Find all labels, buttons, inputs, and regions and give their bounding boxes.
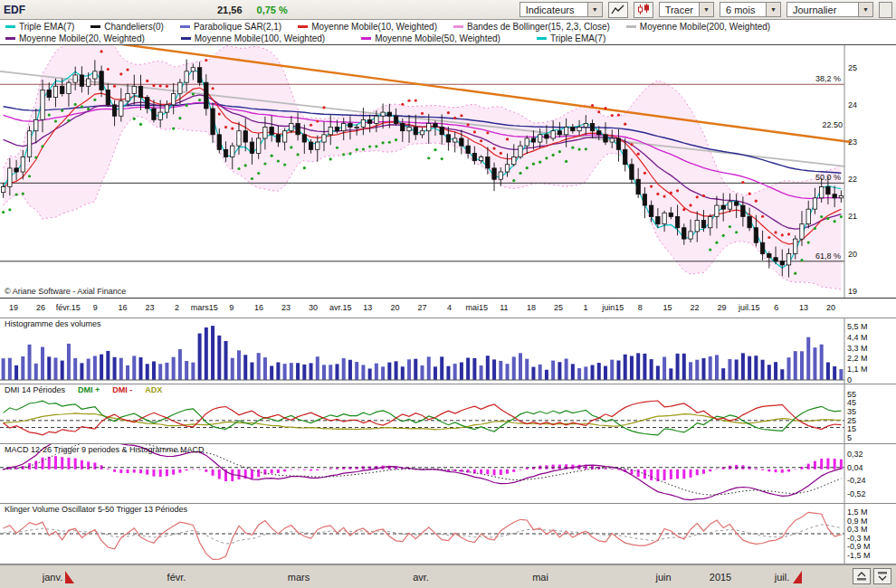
x-axis-tick-label: 8 bbox=[638, 303, 643, 312]
legend-item[interactable]: Moyenne Mobile(50, Weighted) bbox=[361, 33, 500, 43]
timeline-month-label: juin bbox=[655, 572, 671, 583]
timeline-year-label: 2015 bbox=[710, 572, 731, 583]
macd-panel: MACD 12-26 Trigger 9 periodes & Histogra… bbox=[0, 444, 896, 504]
macd-histogram bbox=[2, 456, 843, 481]
price-chart-panel: 38,2 %50,0 %61,8 %22.5025242322212019 © … bbox=[0, 45, 896, 299]
period-dropdown-label: 6 mois bbox=[720, 5, 760, 15]
legend-color-chip bbox=[361, 37, 371, 40]
svg-text:19: 19 bbox=[848, 287, 857, 296]
svg-text:-0,52: -0,52 bbox=[847, 489, 866, 498]
x-axis-tick-label: 2 bbox=[175, 303, 179, 312]
svg-text:2,2 M: 2,2 M bbox=[847, 354, 868, 363]
timeframe-dropdown[interactable]: Journalier ▼ bbox=[786, 2, 873, 17]
x-axis-tick-label: 29 bbox=[718, 303, 727, 312]
svg-text:55: 55 bbox=[847, 390, 856, 399]
x-axis-tick-label: 6 bbox=[774, 303, 778, 312]
legend-item[interactable]: Triple EMA(7) bbox=[537, 33, 605, 43]
legend-label: Moyenne Mobile(10, Weighted) bbox=[311, 22, 437, 32]
x-axis-tick-label: mars15 bbox=[191, 303, 218, 312]
x-axis-tick-label: juin15 bbox=[602, 303, 624, 312]
chevron-down-icon: ▼ bbox=[587, 3, 602, 16]
copyright-label: © Ariane Software - Axial Finance bbox=[5, 287, 126, 296]
line-chart-style-button[interactable] bbox=[608, 2, 628, 18]
legend-row-2: Moyenne Mobile(20, Weighted)Moyenne Mobi… bbox=[5, 33, 891, 44]
svg-text:3,3 M: 3,3 M bbox=[847, 344, 868, 353]
timeline-month-label: janv. bbox=[43, 572, 62, 583]
macd-axis-labels: 0,320,04-0,24-0,52 bbox=[847, 450, 866, 498]
timeline-start-handle[interactable] bbox=[65, 571, 74, 583]
x-axis-tick-label: 4 bbox=[447, 303, 452, 312]
klinger-axis-labels: 1,5 M0,9 M0,3 M-0,3 M-0,9 M-1,5 M bbox=[847, 507, 871, 559]
dmi-series-label: ADX bbox=[145, 385, 162, 394]
svg-text:25: 25 bbox=[848, 63, 857, 72]
symbol-label: EDF bbox=[4, 4, 25, 16]
x-axis-tick-label: 16 bbox=[254, 303, 263, 312]
timeline-month-label: févr. bbox=[167, 572, 186, 583]
legend-label: Triple EMA(7) bbox=[550, 33, 605, 43]
toolbar-controls: Indicateurs ▼ Tracer ▼ 6 mois ▼ Journali… bbox=[519, 2, 892, 18]
legend-item[interactable]: Parabolique SAR(2,1) bbox=[180, 22, 281, 32]
x-axis-tick-label: 11 bbox=[500, 303, 508, 312]
volume-panel: Histogramme des volumes 5,5 M4,4 M3,3 M2… bbox=[0, 318, 896, 384]
timeline-month-label: mai bbox=[532, 572, 548, 583]
x-axis-tick-label: 18 bbox=[527, 303, 536, 312]
volume-panel-title: Histogramme des volumes bbox=[5, 319, 101, 328]
dmi-panel-title: DMI 14 Périodes bbox=[5, 385, 65, 394]
svg-text:25: 25 bbox=[847, 416, 856, 425]
dmi-panel: DMI 14 PériodesDMI +DMI -ADX 55453525155 bbox=[0, 384, 896, 444]
legend-color-chip bbox=[5, 25, 15, 28]
legend-color-chip bbox=[453, 25, 463, 28]
svg-text:-0,24: -0,24 bbox=[847, 476, 866, 485]
legend-label: Chandeliers(0) bbox=[104, 22, 164, 32]
volume-chart-canvas[interactable]: 5,5 M4,4 M3,3 M2,2 M1,1 M0 bbox=[0, 318, 896, 384]
svg-text:0: 0 bbox=[847, 375, 852, 384]
x-axis-tick-label: 20 bbox=[826, 303, 835, 312]
legend-item[interactable]: Bandes de Bollinger(15, 2,3, Close) bbox=[453, 22, 610, 32]
candlestick-style-button[interactable] bbox=[634, 2, 653, 18]
timeline-month-label: juil. bbox=[775, 572, 790, 583]
svg-text:0,04: 0,04 bbox=[847, 463, 863, 472]
klinger-panel: Klinger Volume Oscillator 5-50 Trigger 1… bbox=[0, 504, 896, 564]
x-axis-tick-label: 22 bbox=[690, 303, 699, 312]
x-axis-tick-label: juil.15 bbox=[739, 303, 760, 312]
x-axis-tick-label: 1 bbox=[584, 303, 588, 312]
toolbar-corner-control[interactable] bbox=[879, 2, 892, 18]
chevron-down-icon: ▼ bbox=[699, 3, 713, 16]
line-chart-icon bbox=[611, 5, 625, 15]
legend-color-chip bbox=[180, 25, 190, 28]
toolbar: EDF 21,56 0,75 % Indicateurs ▼ Tracer ▼ … bbox=[0, 0, 896, 20]
trendline-label: 22.50 bbox=[822, 120, 843, 129]
dock-panel-button[interactable] bbox=[853, 568, 871, 584]
dmi-axis-labels: 55453525155 bbox=[847, 390, 856, 442]
legend-color-chip bbox=[181, 37, 191, 40]
dmi-series-label: DMI - bbox=[112, 385, 132, 394]
legend-item[interactable]: Moyenne Mobile(200, Weighted) bbox=[626, 22, 770, 32]
x-axis-tick-label: 15 bbox=[662, 303, 672, 312]
legend-color-chip bbox=[5, 37, 15, 40]
legend-item[interactable]: Triple EMA(7) bbox=[5, 22, 74, 32]
legend-item[interactable]: Moyenne Mobile(100, Weighted) bbox=[181, 33, 325, 43]
timeline-navigation-bar[interactable]: 2015 janv.févr.marsavr.maijuinjuil. bbox=[0, 564, 896, 588]
indicators-dropdown[interactable]: Indicateurs ▼ bbox=[519, 2, 603, 17]
macd-panel-title: MACD 12-26 Trigger 9 periodes & Histogra… bbox=[5, 445, 205, 454]
main-chart-canvas[interactable]: 38,2 %50,0 %61,8 %22.5025242322212019 bbox=[0, 45, 896, 299]
legend-item[interactable]: Moyenne Mobile(10, Weighted) bbox=[298, 22, 437, 32]
split-panel-button[interactable] bbox=[873, 568, 891, 584]
x-axis-tick-label: 25 bbox=[554, 303, 563, 312]
period-dropdown[interactable]: 6 mois ▼ bbox=[720, 2, 781, 17]
chevron-down-icon: ▼ bbox=[766, 3, 780, 16]
svg-text:20: 20 bbox=[848, 250, 857, 259]
timeline-end-handle[interactable] bbox=[793, 571, 802, 583]
legend-item[interactable]: Moyenne Mobile(20, Weighted) bbox=[5, 33, 145, 43]
tracer-dropdown[interactable]: Tracer ▼ bbox=[659, 2, 714, 17]
x-axis-tick-label: 16 bbox=[118, 303, 127, 312]
x-axis-tick-label: 9 bbox=[93, 303, 98, 312]
x-axis-tick-label: mai15 bbox=[465, 303, 488, 312]
legend-item[interactable]: Chandeliers(0) bbox=[91, 22, 164, 32]
legend-label: Moyenne Mobile(20, Weighted) bbox=[19, 33, 145, 43]
x-axis-labels: 1926févr.15916232mars159162330avr.151320… bbox=[0, 299, 896, 318]
legend-color-chip bbox=[298, 25, 308, 28]
svg-text:35: 35 bbox=[847, 407, 856, 416]
legend-color-chip bbox=[537, 37, 547, 40]
x-axis-tick-label: 27 bbox=[417, 303, 426, 312]
